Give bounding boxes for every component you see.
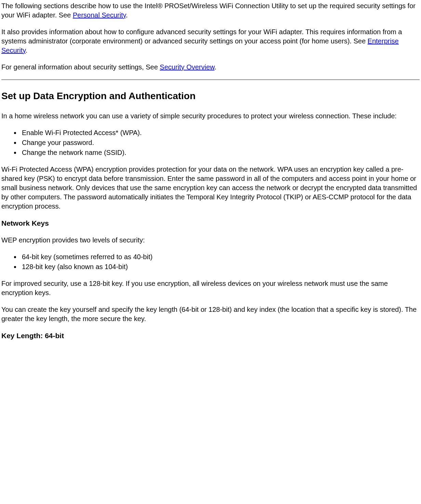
- list-item: 64-bit key (sometimes referred to as 40-…: [21, 252, 420, 262]
- encryption-intro: In a home wireless network you can use a…: [1, 111, 420, 121]
- list-item: Enable Wi-Fi Protected Access* (WPA).: [21, 128, 420, 137]
- key-creation-description: You can create the key yourself and spec…: [1, 305, 420, 323]
- text: The following sections describe how to u…: [1, 2, 416, 19]
- encryption-heading: Set up Data Encryption and Authenticatio…: [1, 90, 420, 103]
- key-length-heading: Key Length: 64-bit: [1, 331, 420, 341]
- text: It also provides information about how t…: [1, 28, 402, 45]
- wep-recommendation: For improved security, use a 128-bit key…: [1, 279, 420, 297]
- wep-levels-list: 64-bit key (sometimes referred to as 40-…: [1, 252, 420, 271]
- section-divider: [1, 79, 420, 80]
- wep-intro: WEP encryption provides two levels of se…: [1, 236, 420, 245]
- list-item: Change your password.: [21, 138, 420, 147]
- security-overview-link[interactable]: Security Overview: [160, 63, 215, 71]
- security-procedures-list: Enable Wi-Fi Protected Access* (WPA). Ch…: [1, 128, 420, 157]
- text: .: [126, 11, 128, 19]
- text: .: [26, 47, 28, 54]
- text: .: [215, 63, 217, 71]
- network-keys-heading: Network Keys: [1, 218, 420, 228]
- wpa-description: Wi-Fi Protected Access (WPA) encryption …: [1, 165, 420, 211]
- list-item: 128-bit key (also known as 104-bit): [21, 262, 420, 271]
- personal-security-link[interactable]: Personal Security: [73, 11, 126, 19]
- intro-paragraph-2: It also provides information about how t…: [1, 27, 420, 55]
- list-item: Change the network name (SSID).: [21, 148, 420, 157]
- text: For general information about security s…: [1, 63, 160, 71]
- intro-paragraph-3: For general information about security s…: [1, 63, 420, 72]
- intro-paragraph-1: The following sections describe how to u…: [1, 1, 420, 20]
